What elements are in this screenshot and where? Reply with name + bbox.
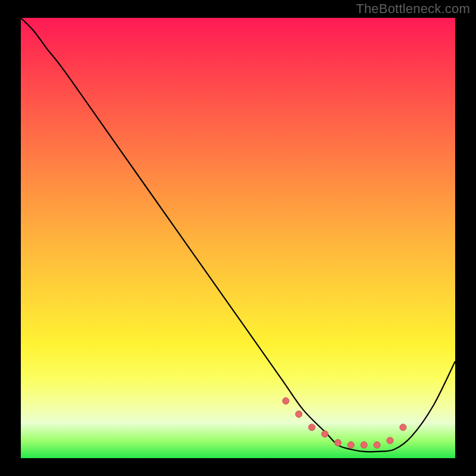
- bead-point: [296, 411, 302, 418]
- bead-point: [400, 424, 406, 431]
- bead-point: [322, 431, 328, 437]
- highlight-beads-layer: [21, 18, 455, 458]
- bead-point: [309, 424, 315, 431]
- bead-point: [387, 437, 393, 444]
- bead-point: [374, 441, 380, 448]
- watermark-text: TheBottleneck.com: [356, 1, 470, 17]
- bead-point: [334, 440, 341, 446]
- chart-frame: TheBottleneck.com: [0, 0, 476, 476]
- highlight-beads: [283, 397, 406, 448]
- bead-point: [283, 397, 289, 404]
- bead-point: [361, 441, 367, 448]
- bead-point: [347, 441, 354, 448]
